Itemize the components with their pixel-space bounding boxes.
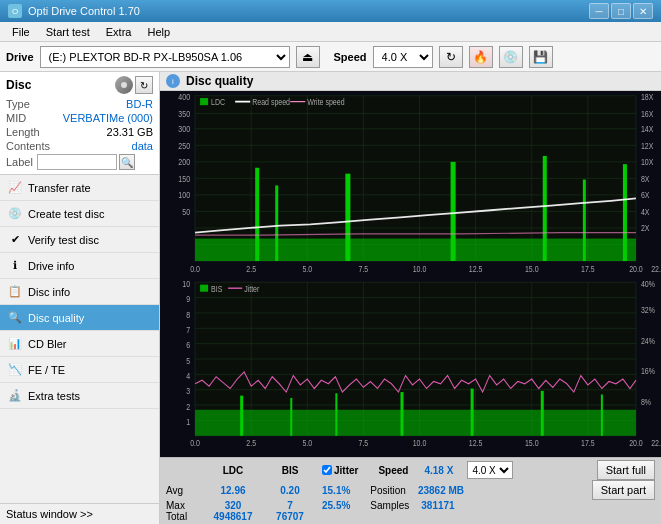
disc-refresh-btn[interactable]: ↻	[135, 76, 153, 94]
avg-bis: 0.20	[270, 485, 310, 496]
close-button[interactable]: ✕	[633, 3, 653, 19]
speed-selector[interactable]: 4.0 X	[373, 46, 433, 68]
svg-text:9: 9	[186, 295, 190, 305]
nav-drive-info[interactable]: ℹ Drive info	[0, 253, 159, 279]
menu-file[interactable]: File	[4, 24, 38, 40]
save-button[interactable]: 💾	[529, 46, 553, 68]
svg-text:8: 8	[186, 310, 190, 320]
disc-length-value: 23.31 GB	[107, 126, 153, 138]
svg-text:14X: 14X	[641, 125, 653, 135]
extra-tests-icon: 🔬	[8, 389, 22, 403]
nav-fe-te[interactable]: 📉 FE / TE	[0, 357, 159, 383]
total-ldc: 4948617	[208, 511, 258, 522]
chart-header: i Disc quality	[160, 72, 661, 91]
svg-rect-51	[255, 168, 259, 261]
total-label: Total	[166, 511, 196, 522]
svg-text:5.0: 5.0	[302, 439, 312, 449]
disc-section: Disc ↻ Type BD-R MID VERBATIMe (000) Len…	[0, 72, 159, 175]
speed-value-display: 4.18 X	[424, 465, 453, 476]
nav-transfer-rate-label: Transfer rate	[28, 182, 91, 194]
menu-extra[interactable]: Extra	[98, 24, 140, 40]
svg-text:4: 4	[186, 372, 191, 382]
nav-disc-quality[interactable]: 🔍 Disc quality	[0, 305, 159, 331]
disc-type-row: Type BD-R	[6, 98, 153, 110]
svg-text:50: 50	[182, 207, 190, 217]
svg-text:400: 400	[178, 93, 190, 103]
eject-button[interactable]: ⏏	[296, 46, 320, 68]
svg-text:10: 10	[182, 279, 190, 289]
max-ldc: 320	[208, 500, 258, 511]
svg-text:2.5: 2.5	[246, 264, 256, 274]
maximize-button[interactable]: □	[611, 3, 631, 19]
verify-test-disc-icon: ✔	[8, 233, 22, 247]
svg-text:350: 350	[178, 109, 190, 119]
cd-bler-icon: 📊	[8, 337, 22, 351]
svg-rect-55	[543, 156, 547, 261]
nav-disc-info-label: Disc info	[28, 286, 70, 298]
svg-text:2X: 2X	[641, 224, 650, 234]
nav-create-test-disc[interactable]: 💿 Create test disc	[0, 201, 159, 227]
disc-quality-icon: 🔍	[8, 311, 22, 325]
svg-rect-112	[240, 396, 243, 436]
svg-text:LDC: LDC	[211, 98, 225, 108]
svg-text:8X: 8X	[641, 174, 650, 184]
burn-button[interactable]: 🔥	[469, 46, 493, 68]
disc-length-label: Length	[6, 126, 40, 138]
disc-length-row: Length 23.31 GB	[6, 126, 153, 138]
avg-label: Avg	[166, 485, 196, 496]
svg-text:2.5: 2.5	[246, 439, 256, 449]
svg-text:300: 300	[178, 125, 190, 135]
refresh-button[interactable]: ↻	[439, 46, 463, 68]
svg-rect-111	[195, 410, 636, 436]
svg-text:24%: 24%	[641, 336, 655, 346]
svg-text:150: 150	[178, 174, 190, 184]
disc-label-row: Label 🔍	[6, 154, 153, 170]
nav-extra-tests[interactable]: 🔬 Extra tests	[0, 383, 159, 409]
nav-cd-bler-label: CD Bler	[28, 338, 67, 350]
disc-mid-value: VERBATIMe (000)	[63, 112, 153, 124]
start-full-button[interactable]: Start full	[597, 460, 655, 480]
svg-rect-53	[345, 174, 350, 261]
stats-panel: LDC BIS Jitter Speed 4.18 X 4.0 X Start …	[160, 457, 661, 524]
start-part-button[interactable]: Start part	[592, 480, 655, 500]
disc-label-label: Label	[6, 156, 33, 168]
nav-disc-info[interactable]: 📋 Disc info	[0, 279, 159, 305]
stats-row-total: Total 4948617 76707	[166, 511, 655, 522]
jitter-checkbox-area: Jitter	[322, 465, 358, 476]
speed-stats-selector[interactable]: 4.0 X	[467, 461, 513, 479]
nav-verify-test-disc[interactable]: ✔ Verify test disc	[0, 227, 159, 253]
drive-toolbar: Drive (E:) PLEXTOR BD-R PX-LB950SA 1.06 …	[0, 42, 661, 72]
app-icon: O	[8, 4, 22, 18]
disc-title: Disc	[6, 78, 31, 92]
menu-help[interactable]: Help	[139, 24, 178, 40]
svg-rect-52	[275, 185, 278, 261]
svg-text:7.5: 7.5	[359, 439, 369, 449]
nav-create-test-disc-label: Create test disc	[28, 208, 104, 220]
nav-transfer-rate[interactable]: 📈 Transfer rate	[0, 175, 159, 201]
jitter-checkbox[interactable]	[322, 465, 332, 475]
disc-info-icon: 📋	[8, 285, 22, 299]
disc-contents-row: Contents data	[6, 140, 153, 152]
svg-text:100: 100	[178, 191, 190, 201]
svg-text:BIS: BIS	[211, 284, 222, 294]
disc-label-btn[interactable]: 🔍	[119, 154, 135, 170]
svg-text:7.5: 7.5	[359, 264, 369, 274]
svg-text:10.0: 10.0	[413, 439, 427, 449]
nav-cd-bler[interactable]: 📊 CD Bler	[0, 331, 159, 357]
svg-rect-114	[335, 393, 337, 436]
svg-rect-58	[200, 98, 208, 105]
disc-label-input[interactable]	[37, 154, 117, 170]
drive-info-icon: ℹ	[8, 259, 22, 273]
svg-rect-117	[541, 391, 544, 436]
disc-mid-row: MID VERBATIMe (000)	[6, 112, 153, 124]
avg-jitter: 15.1%	[322, 485, 350, 496]
disc-button[interactable]: 💿	[499, 46, 523, 68]
svg-text:7: 7	[186, 325, 190, 335]
samples-value: 381171	[421, 500, 454, 511]
svg-rect-119	[200, 285, 208, 292]
drive-selector[interactable]: (E:) PLEXTOR BD-R PX-LB950SA 1.06	[40, 46, 290, 68]
menu-start-test[interactable]: Start test	[38, 24, 98, 40]
sidebar: Disc ↻ Type BD-R MID VERBATIMe (000) Len…	[0, 72, 160, 524]
minimize-button[interactable]: ─	[589, 3, 609, 19]
status-window-button[interactable]: Status window >>	[6, 508, 93, 520]
